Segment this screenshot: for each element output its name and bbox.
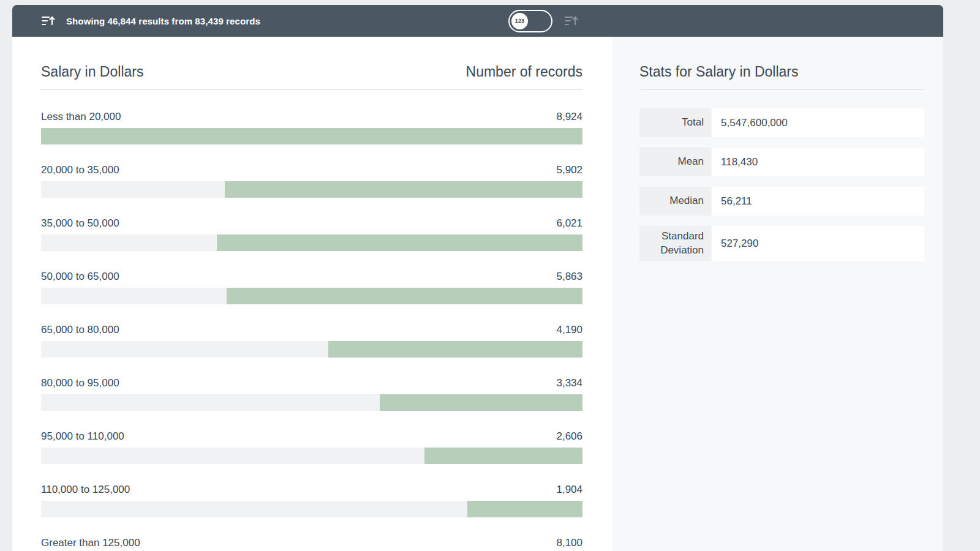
toggle-knob-label: 123 bbox=[515, 18, 525, 24]
app-window: Showing 46,844 results from 83,439 recor… bbox=[12, 5, 943, 551]
histogram-row-header: 95,000 to 110,000 2,606 bbox=[41, 430, 582, 443]
histogram-row[interactable]: 50,000 to 65,000 5,863 bbox=[41, 270, 582, 304]
histogram-row[interactable]: Greater than 125,000 8,100 bbox=[41, 536, 582, 551]
bin-bar-fill bbox=[225, 181, 582, 198]
bin-bar-track bbox=[41, 501, 582, 517]
bin-count: 1,904 bbox=[556, 483, 582, 496]
bin-label: 35,000 to 50,000 bbox=[41, 217, 119, 230]
stat-label: Mean bbox=[639, 148, 711, 176]
bin-count: 2,606 bbox=[556, 430, 582, 443]
results-status-text: Showing 46,844 results from 83,439 recor… bbox=[66, 16, 260, 26]
stat-value: 527,290 bbox=[712, 226, 924, 261]
stats-row: Total 5,547,600,000 bbox=[639, 108, 924, 137]
histogram-row-header: Greater than 125,000 8,100 bbox=[41, 536, 582, 549]
histogram-row-header: 50,000 to 65,000 5,863 bbox=[41, 270, 582, 283]
display-mode-controls: 123 bbox=[508, 5, 578, 37]
sort-ascending-icon[interactable] bbox=[42, 15, 55, 26]
bin-bar-fill bbox=[217, 234, 582, 251]
histogram-row-header: 65,000 to 80,000 4,190 bbox=[41, 323, 582, 336]
histogram-row-header: 20,000 to 35,000 5,902 bbox=[41, 163, 582, 176]
histogram-row-header: Less than 20,000 8,924 bbox=[41, 110, 582, 123]
stat-label: Median bbox=[639, 187, 711, 216]
stats-panel: Stats for Salary in Dollars Total 5,547,… bbox=[612, 37, 943, 551]
topbar: Showing 46,844 results from 83,439 recor… bbox=[12, 5, 943, 37]
histogram-row[interactable]: Less than 20,000 8,924 bbox=[41, 110, 582, 144]
bin-bar-track bbox=[41, 448, 582, 464]
bin-bar-fill bbox=[467, 501, 582, 517]
bin-bar-track bbox=[41, 181, 582, 198]
bin-label: 65,000 to 80,000 bbox=[41, 323, 119, 336]
bin-label: 50,000 to 65,000 bbox=[41, 270, 119, 283]
bin-bar-fill bbox=[328, 341, 582, 358]
bin-bar-fill bbox=[424, 448, 582, 464]
content-area: Salary in Dollars Number of records Less… bbox=[12, 37, 943, 551]
histogram-row[interactable]: 20,000 to 35,000 5,902 bbox=[41, 163, 582, 198]
stat-value: 118,430 bbox=[712, 148, 924, 176]
bin-count: 8,924 bbox=[556, 110, 582, 123]
numeric-display-toggle[interactable]: 123 bbox=[508, 10, 552, 32]
bin-label: 110,000 to 125,000 bbox=[41, 483, 130, 496]
bin-count: 3,334 bbox=[556, 377, 582, 389]
histogram-title: Salary in Dollars bbox=[41, 63, 143, 80]
histogram-row[interactable]: 35,000 to 50,000 6,021 bbox=[41, 217, 582, 251]
stats-rows: Total 5,547,600,000 Mean 118,430 Median … bbox=[639, 108, 924, 261]
bin-count: 5,902 bbox=[556, 163, 582, 176]
histogram-row[interactable]: 110,000 to 125,000 1,904 bbox=[41, 483, 582, 517]
histogram-row-header: 110,000 to 125,000 1,904 bbox=[41, 483, 582, 496]
bin-bar-fill bbox=[227, 288, 582, 304]
histogram-row-header: 35,000 to 50,000 6,021 bbox=[41, 217, 582, 230]
bin-bar-track bbox=[41, 128, 582, 144]
stat-label: Standard Deviation bbox=[639, 226, 711, 261]
histogram-value-header: Number of records bbox=[466, 63, 582, 80]
bin-bar-track bbox=[41, 234, 582, 251]
histogram-header: Salary in Dollars Number of records bbox=[41, 63, 582, 80]
stats-row: Standard Deviation 527,290 bbox=[639, 226, 924, 261]
bin-count: 8,100 bbox=[556, 536, 582, 549]
bin-bar-fill bbox=[380, 394, 582, 411]
bin-label: 95,000 to 110,000 bbox=[41, 430, 124, 443]
histogram-row[interactable]: 65,000 to 80,000 4,190 bbox=[41, 323, 582, 358]
stat-value: 56,211 bbox=[712, 187, 924, 216]
stats-divider bbox=[639, 89, 924, 90]
bin-count: 6,021 bbox=[556, 217, 582, 230]
bin-label: Less than 20,000 bbox=[41, 110, 121, 123]
stats-title: Stats for Salary in Dollars bbox=[639, 63, 924, 80]
bin-label: 80,000 to 95,000 bbox=[41, 377, 119, 389]
histogram-panel: Salary in Dollars Number of records Less… bbox=[12, 37, 612, 551]
stat-value: 5,547,600,000 bbox=[712, 108, 924, 137]
toggle-knob: 123 bbox=[511, 13, 528, 29]
histogram-divider bbox=[41, 89, 582, 90]
histogram-row[interactable]: 95,000 to 110,000 2,606 bbox=[41, 430, 582, 464]
stat-label: Total bbox=[639, 108, 711, 137]
bin-count: 4,190 bbox=[556, 323, 582, 336]
bin-bar-fill bbox=[41, 128, 582, 144]
bin-label: Greater than 125,000 bbox=[41, 536, 140, 549]
histogram-rows: Less than 20,000 8,924 20,000 to 35,000 … bbox=[41, 110, 582, 551]
bin-count: 5,863 bbox=[556, 270, 582, 283]
stats-row: Mean 118,430 bbox=[639, 148, 924, 176]
bin-bar-track bbox=[41, 288, 582, 304]
bin-label: 20,000 to 35,000 bbox=[41, 163, 119, 176]
histogram-row-header: 80,000 to 95,000 3,334 bbox=[41, 377, 582, 389]
sort-order-icon[interactable] bbox=[565, 15, 578, 26]
results-status: Showing 46,844 results from 83,439 recor… bbox=[12, 15, 260, 26]
histogram-row[interactable]: 80,000 to 95,000 3,334 bbox=[41, 377, 582, 411]
stats-row: Median 56,211 bbox=[639, 187, 924, 216]
bin-bar-track bbox=[41, 394, 582, 411]
bin-bar-track bbox=[41, 341, 582, 358]
